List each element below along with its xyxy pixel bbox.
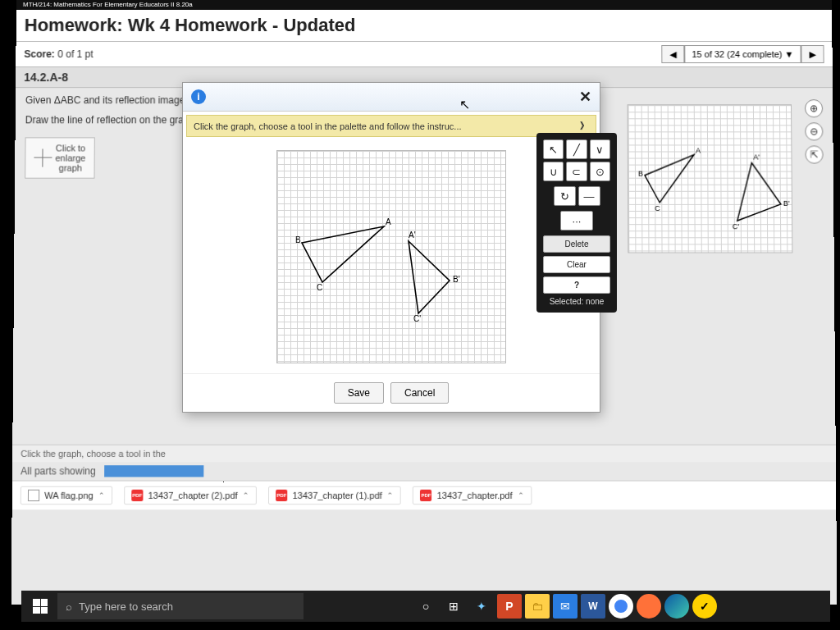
pdf-icon: PDF xyxy=(276,490,287,501)
editable-graph[interactable]: A B C A' B' C' xyxy=(276,150,506,363)
tool-curve[interactable]: ⊂ xyxy=(566,162,587,181)
tool-arc[interactable]: ∪ xyxy=(543,162,564,181)
powerpoint-icon[interactable]: P xyxy=(497,594,522,619)
pdf-icon: PDF xyxy=(420,490,431,501)
zoom-out-button[interactable]: ⊖ xyxy=(805,122,823,140)
downloads-bar: WA flag.png⌃PDF13437_chapter (2).pdf⌃PDF… xyxy=(12,481,837,510)
svg-text:C': C' xyxy=(413,314,421,323)
tool-dotted[interactable]: ··· xyxy=(560,211,593,231)
label-a: A xyxy=(696,146,701,154)
windows-logo-icon xyxy=(33,599,48,614)
course-header: MTH/214: Mathematics For Elementary Educ… xyxy=(16,0,832,10)
tool-segment[interactable]: ╱ xyxy=(566,139,587,159)
pdf-icon: PDF xyxy=(131,490,143,501)
label-c: C xyxy=(655,204,660,212)
firefox-icon[interactable] xyxy=(637,594,661,619)
file-explorer-icon[interactable]: 🗀 xyxy=(525,594,550,619)
fullscreen-button[interactable]: ⇱ xyxy=(805,145,823,163)
all-parts-label: All parts showing xyxy=(21,465,96,477)
svg-marker-1 xyxy=(737,163,781,221)
svg-text:C: C xyxy=(317,283,322,292)
download-menu-button[interactable]: ⌃ xyxy=(387,491,394,500)
tool-vee[interactable]: ∨ xyxy=(590,139,610,159)
enlarge-graph-button[interactable]: Click to enlarge graph xyxy=(25,137,94,179)
tool-pointer[interactable]: ↖ xyxy=(543,139,564,159)
page-title: Homework: Wk 4 Homework - Updated xyxy=(25,15,824,36)
download-filename: 13437_chapter (2).pdf xyxy=(148,491,237,500)
selected-status: Selected: none xyxy=(543,297,610,306)
question-position-dropdown[interactable]: 15 of 32 (24 complete) ▼ xyxy=(684,45,801,63)
label-ap: A' xyxy=(753,153,760,161)
score-label: Score: xyxy=(24,48,55,60)
save-button[interactable]: Save xyxy=(334,382,384,404)
svg-text:A': A' xyxy=(409,231,416,240)
expand-hint-button[interactable]: 》 xyxy=(580,120,589,132)
download-menu-button[interactable]: ⌃ xyxy=(243,491,249,500)
download-item[interactable]: PDF13437_chapter.pdf⌃ xyxy=(413,486,532,504)
tool-move[interactable]: ↻ xyxy=(554,186,576,206)
help-button[interactable]: ? xyxy=(543,276,610,294)
score-value: 0 of 1 pt xyxy=(57,48,94,60)
chrome-icon[interactable] xyxy=(609,594,633,619)
windows-taskbar: ⌕ Type here to search ○ ⊞ ✦ P 🗀 ✉ W ✓ xyxy=(21,591,830,622)
right-toolbar: ⊕ ⊖ ⇱ xyxy=(805,99,824,163)
taskbar-search[interactable]: ⌕ Type here to search xyxy=(57,593,304,619)
question-position-label: 15 of 32 (24 complete) xyxy=(692,49,782,59)
score-bar: Score: 0 of 1 pt ◀ 15 of 32 (24 complete… xyxy=(16,42,832,67)
svg-text:B': B' xyxy=(453,275,460,284)
footer-hint: Click the graph, choose a tool in the xyxy=(12,445,836,462)
delete-button[interactable]: Delete xyxy=(543,235,610,253)
svg-marker-3 xyxy=(409,241,450,313)
cortana-icon[interactable]: ○ xyxy=(413,594,438,619)
download-menu-button[interactable]: ⌃ xyxy=(98,491,105,500)
download-menu-button[interactable]: ⌃ xyxy=(518,491,524,500)
question-nav: ◀ 15 of 32 (24 complete) ▼ ▶ xyxy=(661,45,824,63)
tool-circle[interactable]: ⊙ xyxy=(590,162,610,181)
download-item[interactable]: PDF13437_chapter (2).pdf⌃ xyxy=(124,486,257,504)
info-icon: i xyxy=(191,89,206,104)
edge-icon[interactable] xyxy=(664,594,689,619)
next-question-button[interactable]: ▶ xyxy=(801,45,824,63)
svg-text:B: B xyxy=(295,235,301,244)
crosshair-icon xyxy=(34,149,52,167)
thumbnail-graph[interactable]: A B C A' B' C' xyxy=(628,104,793,253)
instruction-text: Click the graph, choose a tool in the pa… xyxy=(194,121,462,131)
label-cp: C' xyxy=(733,222,740,231)
search-placeholder: Type here to search xyxy=(79,600,173,613)
task-view-icon[interactable]: ⊞ xyxy=(441,594,466,619)
norton-icon[interactable]: ✓ xyxy=(692,594,717,619)
app-icon[interactable]: ✦ xyxy=(469,594,494,619)
word-icon[interactable]: W xyxy=(581,594,605,619)
progress-bar xyxy=(104,465,203,477)
download-item[interactable]: PDF13437_chapter (1).pdf⌃ xyxy=(268,486,401,504)
mouse-cursor-icon: ↖ xyxy=(459,97,470,112)
label-bp: B' xyxy=(783,199,790,208)
tool-line[interactable]: — xyxy=(578,186,600,206)
download-item[interactable]: WA flag.png⌃ xyxy=(21,486,112,504)
img-icon xyxy=(28,490,39,501)
download-filename: 13437_chapter.pdf xyxy=(437,491,513,500)
prev-question-button[interactable]: ◀ xyxy=(661,45,684,63)
all-parts-row: All parts showing xyxy=(12,462,836,480)
download-filename: 13437_chapter (1).pdf xyxy=(292,491,381,500)
svg-text:A: A xyxy=(386,217,391,226)
svg-marker-0 xyxy=(645,155,695,203)
mail-icon[interactable]: ✉ xyxy=(553,594,578,619)
clear-button[interactable]: Clear xyxy=(543,256,610,273)
instruction-banner: Click the graph, choose a tool in the pa… xyxy=(186,115,596,137)
label-b: B xyxy=(638,170,643,178)
page-header: Homework: Wk 4 Homework - Updated xyxy=(16,10,833,42)
svg-marker-2 xyxy=(302,226,384,282)
download-filename: WA flag.png xyxy=(44,491,94,500)
close-button[interactable]: ✕ xyxy=(579,88,591,106)
enlarge-label: Click to enlarge graph xyxy=(55,143,85,173)
cancel-button[interactable]: Cancel xyxy=(390,382,449,404)
search-icon: ⌕ xyxy=(66,600,72,613)
zoom-in-button[interactable]: ⊕ xyxy=(805,99,823,117)
start-button[interactable] xyxy=(25,591,56,622)
tool-palette: ↖ ╱ ∨ ∪ ⊂ ⊙ ↻ — ··· Delete Clear ? Selec… xyxy=(536,133,617,313)
